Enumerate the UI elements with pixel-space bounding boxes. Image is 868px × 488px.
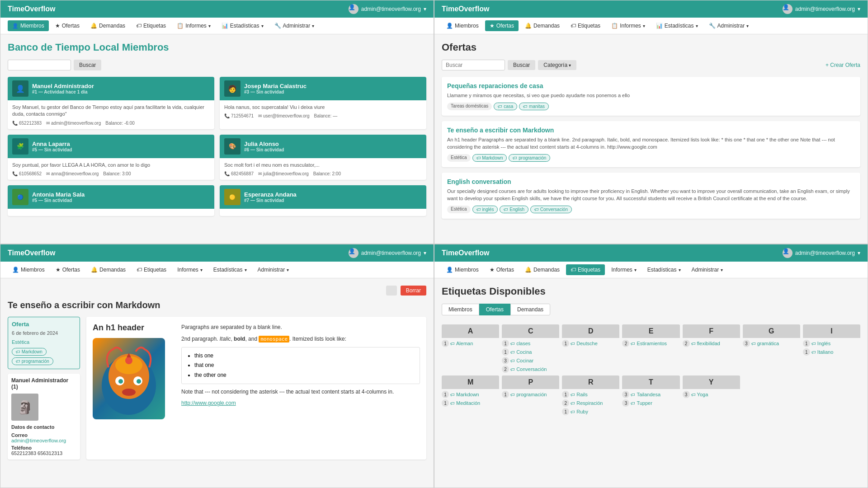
offer-title-1[interactable]: Te enseño a escribir con Markdown (447, 127, 855, 134)
nav-miembros-4[interactable]: 👤 Miembros (442, 264, 483, 275)
md-link[interactable]: http://www.google.com (181, 400, 236, 406)
nav-administrar-2[interactable]: 🔧 Administrar (704, 20, 754, 31)
report-icon-2: 📋 (611, 23, 618, 29)
tag-tailandesa[interactable]: 3 🏷 Tailandesa (622, 391, 679, 398)
nav-ofertas-2[interactable]: ★ Ofertas (485, 20, 519, 31)
member-id-2: #5 — Sin actividad (32, 147, 210, 152)
delete-button[interactable]: Borrar (401, 286, 426, 296)
member-id-4: #5 — Sin actividad (32, 198, 210, 203)
nav-informes-2[interactable]: 📋 Informes (607, 20, 650, 31)
nav-demandas-2[interactable]: 🔔 Demandas (520, 20, 564, 31)
nav-ofertas-1[interactable]: ★ Ofertas (51, 20, 84, 31)
tag-tupper[interactable]: 3 🏷 Tupper (622, 399, 679, 407)
offer-detail-title: Te enseño a escribir con Markdown (8, 300, 426, 310)
member-header-2[interactable]: 🧩 Anna Laparra #5 — Sin actividad (8, 135, 214, 158)
tag-deutsche[interactable]: 1 🏷 Deutsche (562, 340, 619, 347)
tag-ruby[interactable]: 1 🏷 Ruby (562, 408, 619, 415)
nav-estadisticas-3[interactable]: Estadísticas (209, 264, 251, 275)
member-header-4[interactable]: 🔵 Antonia Maria Sala #5 — Sin actividad (8, 185, 214, 209)
wrench-icon-2: 🔧 (709, 23, 716, 29)
tag-cocinar[interactable]: 3 🏷 Cocinar (502, 357, 559, 364)
member-header-3[interactable]: 🎨 Julia Alonso #6 — Sin actividad (220, 135, 426, 158)
nav-etiquetas-1[interactable]: 🏷 Etiquetas (132, 20, 170, 31)
letter-header-A: A (442, 324, 499, 338)
search-button-1[interactable]: Buscar (74, 60, 101, 70)
nav-miembros-2[interactable]: 👤 Miembros (442, 20, 483, 31)
nav-informes-4[interactable]: Informes (607, 264, 641, 275)
nav-etiquetas-3[interactable]: 🏷 Etiquetas (132, 264, 171, 275)
nav-estadisticas-2[interactable]: 📊 Estadísticas (651, 20, 703, 31)
nav-miembros-1[interactable]: Miembros (8, 20, 49, 31)
member-balance-2: Balance: 3:00 (103, 171, 131, 176)
tag-icon: 🏷 (136, 23, 142, 29)
tag-flexibilidad[interactable]: 2 🏷 flexibilidad (683, 340, 740, 347)
nav-ofertas-3[interactable]: ★ Ofertas (51, 264, 85, 275)
etiq-tab-miembros[interactable]: Miembros (442, 304, 479, 315)
nav-miembros-3[interactable]: 👤 Miembros (8, 264, 49, 275)
tag-italiano[interactable]: 1 🏷 Italiano (803, 348, 860, 356)
nav-estadisticas-1[interactable]: 📊 Estadísticas (217, 20, 268, 31)
tag-meditacion[interactable]: 1 🏷 Meditación (442, 399, 499, 407)
categoria-button[interactable]: Categoría (538, 60, 576, 70)
search-input-1[interactable] (8, 60, 71, 70)
etiq-tab-demandas[interactable]: Demandas (510, 304, 550, 315)
member-header-1[interactable]: 🧑 Josep Maria Calastruc #3 — Sin activid… (220, 77, 426, 100)
tag-ingles[interactable]: 1 🏷 Inglés (803, 340, 860, 347)
avatar-member-3: 🎨 (224, 138, 241, 155)
tag-respiracion[interactable]: 2 🏷 Respiración (562, 399, 619, 407)
navbar-3: 👤 Miembros ★ Ofertas 🔔 Demandas 🏷 Etique… (0, 262, 434, 278)
star-icon-4: ★ (490, 267, 495, 273)
letter-group-F: F 2 🏷 flexibilidad (683, 324, 740, 373)
letter-group-I: I 1 🏷 Inglés 1 🏷 Italiano (803, 324, 860, 373)
offer-desc-1: An h1 header Paragraphs are separated by… (447, 136, 855, 150)
member-id-5: #7 — Sin actividad (244, 198, 422, 203)
offer-search-button[interactable]: Buscar (508, 60, 535, 70)
offer-card-1: Te enseño a escribir con Markdown An h1 … (442, 121, 860, 167)
title-plain: Miembros (119, 42, 169, 53)
nav-etiquetas-4[interactable]: 🏷 Etiquetas (566, 264, 605, 275)
tag-cocina[interactable]: 1 🏷 Cocina (502, 348, 559, 356)
member-name-4: Antonia Maria Sala (32, 191, 210, 198)
nav-administrar-3[interactable]: Administrar (253, 264, 294, 275)
nav-ofertas-4[interactable]: ★ Ofertas (485, 264, 519, 275)
nav-demandas-3[interactable]: 🔔 Demandas (86, 264, 130, 275)
avatar-member-1: 🧑 (224, 80, 241, 97)
tag-rails[interactable]: 1 🏷 Rails (562, 391, 619, 398)
offer-title-2[interactable]: English conversation (447, 178, 855, 185)
nav-informes-3[interactable]: Informes (173, 264, 207, 275)
member-desc-0: Soy Manuel, tu gestor del Banco de Tiemp… (12, 104, 210, 118)
topbar-2: TimeOverflow 👤 admin@timeoverflow.org ▾ (434, 0, 868, 18)
tag-conversacion[interactable]: 2 🏷 Conversación (502, 366, 559, 373)
tag-markdown[interactable]: 1 🏷 Markdown (442, 391, 499, 398)
offer-search-input[interactable] (442, 60, 505, 70)
tag-programacion[interactable]: 1 🏷 programación (502, 391, 559, 398)
topbar-1: TimeOverflow 👤 admin@timeoverflow.org ▾ (0, 0, 434, 18)
nav-informes-1[interactable]: 📋 Informes (172, 20, 215, 31)
avatar-member-5: 🟡 (224, 189, 241, 205)
tag-aleman[interactable]: 1 🏷 Aleman (442, 340, 499, 347)
nav-estadisticas-4[interactable]: Estadísticas (643, 264, 685, 275)
modify-button[interactable] (386, 286, 397, 296)
nav-etiquetas-label: Etiquetas (143, 23, 166, 29)
nav-administrar-4[interactable]: Administrar (687, 264, 728, 275)
nav-demandas-1[interactable]: 🔔 Demandas (86, 20, 130, 31)
etiq-tab-ofertas[interactable]: Ofertas (479, 304, 510, 315)
nav-etiquetas-2[interactable]: 🏷 Etiquetas (566, 20, 605, 31)
crear-oferta-button[interactable]: + Crear Oferta (826, 62, 860, 68)
letter-group-G: G 3 🏷 gramática (743, 324, 800, 373)
tag-estiramientos[interactable]: 2 🏷 Estiramientos (622, 340, 679, 347)
offer-category-link[interactable]: Estética (12, 338, 76, 345)
tag-yoga[interactable]: 3 🏷 Yoga (683, 391, 740, 398)
offer-title-0[interactable]: Pequeñas reparaciones de casa (447, 82, 855, 89)
member-header-5[interactable]: 🟡 Esperanza Andana #7 — Sin actividad (220, 185, 426, 209)
tag-gramatica[interactable]: 3 🏷 gramática (743, 340, 800, 347)
tag-clases[interactable]: 1 🏷 clases (502, 340, 559, 347)
member-balance-3: Balance: 2:00 (313, 171, 341, 176)
nav-estadisticas-label: Estadísticas (230, 23, 259, 29)
md-p2: 2nd paragraph. Italic, bold, and monospa… (181, 335, 420, 343)
tag-md-sidebar: 🏷 Markdown (12, 348, 47, 356)
bell-icon: 🔔 (90, 23, 97, 29)
nav-administrar-1[interactable]: 🔧 Administrar (270, 20, 319, 31)
nav-demandas-4[interactable]: 🔔 Demandas (520, 264, 564, 275)
member-header-0[interactable]: 👤 Manuel Administrador #1 — Actividad ha… (8, 77, 214, 100)
